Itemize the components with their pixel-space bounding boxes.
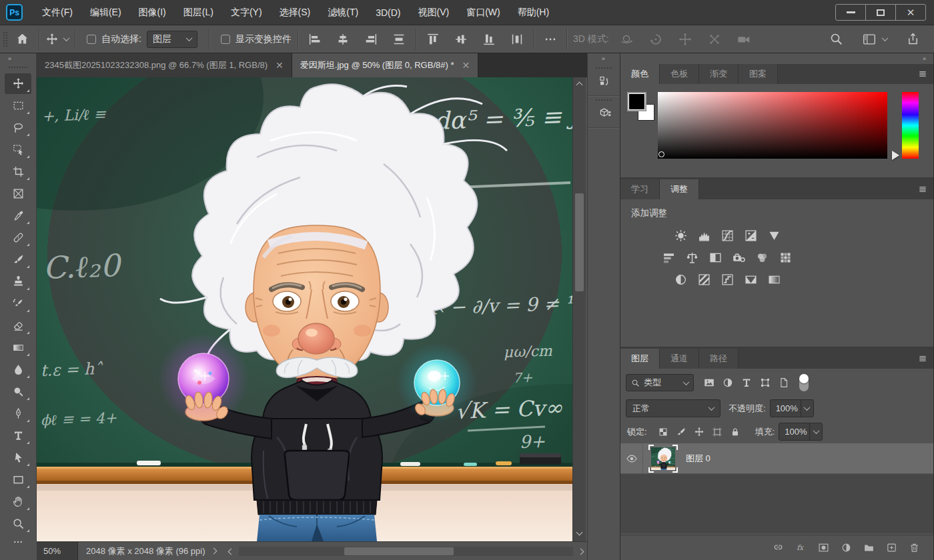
new-group-button[interactable] [863,542,875,553]
horizontal-scrollbar-thumb[interactable] [344,547,454,555]
more-align-options-button[interactable] [540,31,560,48]
adjustments-panel-tab[interactable]: 学习 [620,179,660,199]
brightness-contrast-adjustment-button[interactable] [672,227,689,243]
minimize-button[interactable] [835,4,866,21]
align-top-button[interactable] [422,30,444,49]
tool-dodge[interactable] [5,381,31,402]
exposure-adjustment-button[interactable] [742,227,759,243]
tool-hand[interactable] [5,491,31,512]
gradient-map-adjustment-button[interactable] [742,271,759,287]
invert-adjustment-button[interactable] [672,271,689,287]
posterize-adjustment-button[interactable] [695,271,713,287]
distribute-v-centers-button[interactable] [388,30,410,49]
tool-blur[interactable] [5,359,31,380]
horizontal-scrollbar-track[interactable] [239,547,573,556]
vertical-scrollbar-thumb[interactable] [575,193,584,291]
channel-mixer-adjustment-button[interactable] [754,249,771,265]
color-balance-adjustment-button[interactable] [684,249,701,265]
maximize-button[interactable] [865,4,896,21]
color-panel-menu-button[interactable] [917,69,928,79]
opacity-field[interactable]: 100% [770,399,814,417]
tool-rectangle[interactable] [5,469,31,490]
scroll-down-arrow-icon[interactable] [576,529,583,536]
tool-eyedropper[interactable] [5,205,31,226]
align-right-button[interactable] [360,30,382,49]
tool-type[interactable] [5,425,31,446]
menu-item[interactable]: 滤镜(T) [319,0,367,25]
hue-saturation-adjustment-button[interactable] [660,249,678,265]
document-tab[interactable]: 2345截图20251023232308.png @ 66.7% (图层 1, … [37,53,292,77]
canvas[interactable] [37,77,572,541]
layer-thumbnail[interactable] [649,445,677,472]
layers-panel-tab[interactable]: 路径 [699,349,739,369]
horizontal-scrollbar[interactable] [229,546,583,557]
workspace-button[interactable] [859,30,891,49]
tool-pen[interactable] [5,403,31,424]
tool-move[interactable] [5,73,31,94]
toolbar-expand-button[interactable]: » [0,53,36,64]
adjustments-panel-menu-button[interactable] [917,184,928,195]
tool-history-brush[interactable] [5,293,31,314]
delete-button[interactable] [909,542,920,553]
new-adjustment-button[interactable] [841,542,852,553]
smart-object-filter-button[interactable] [778,377,790,389]
tool-frame[interactable] [5,183,31,204]
lock-transparent-button[interactable] [658,427,668,437]
scroll-left-arrow-icon[interactable] [228,548,235,555]
tool-marquee[interactable] [5,95,31,116]
vibrance-adjustment-button[interactable] [765,227,783,243]
vertical-scrollbar[interactable] [572,77,586,541]
tool-gradient[interactable] [5,337,31,358]
photo-filter-adjustment-button[interactable] [731,249,748,265]
tool-healing-brush[interactable] [5,227,31,248]
3d-roll-button[interactable] [645,30,666,49]
threshold-adjustment-button[interactable] [719,271,736,287]
auto-select-checkbox[interactable] [87,35,96,44]
color-lookup-adjustment-button[interactable] [777,249,795,265]
levels-adjustment-button[interactable] [695,227,713,243]
hue-bar[interactable] [902,92,919,159]
panel-grip[interactable] [595,99,612,101]
3d-pan-button[interactable] [674,30,696,49]
menu-item[interactable]: 视图(V) [409,0,458,25]
type-layer-filter-button[interactable] [741,377,753,389]
color-panel-tab[interactable]: 图案 [739,64,778,84]
close-tab-icon[interactable]: ✕ [462,60,470,71]
layers-panel-tab[interactable]: 通道 [660,349,699,369]
menu-item[interactable]: 文件(F) [33,0,81,25]
align-bottom-button[interactable] [478,30,500,49]
menu-item[interactable]: 文字(Y) [222,0,271,25]
options-bar-grip[interactable] [3,31,7,47]
tool-eraser[interactable] [5,315,31,336]
menu-item[interactable]: 编辑(E) [81,0,130,25]
color-field-indicator[interactable] [658,151,664,157]
pixel-layer-filter-button[interactable] [703,377,715,389]
lock-position-button[interactable] [694,427,705,437]
layer-visibility-toggle[interactable] [620,443,643,473]
scroll-right-arrow-icon[interactable] [578,548,584,555]
menu-item[interactable]: 图像(I) [130,0,175,25]
tool-object-selection[interactable] [5,139,31,160]
close-tab-icon[interactable]: ✕ [276,60,284,71]
layers-panel-tab[interactable]: 图层 [620,349,660,369]
adjustment-layer-filter-button[interactable] [722,377,734,389]
color-panel-tab[interactable]: 色板 [660,64,699,84]
tool-crop[interactable] [5,161,31,182]
saturation-brightness-field[interactable] [658,92,887,159]
document-tab[interactable]: 爱因斯坦.jpg @ 50% (图层 0, RGB/8#) *✕ [292,53,478,77]
tool-path-selection[interactable] [5,447,31,468]
menu-item[interactable]: 3D(D) [367,0,409,25]
black-white-adjustment-button[interactable] [707,249,725,265]
panel-grip[interactable] [595,67,612,69]
fill-dropdown-button[interactable] [809,423,822,440]
show-transform-checkbox[interactable] [221,35,230,44]
menu-item[interactable]: 选择(S) [271,0,320,25]
lock-artboard-button[interactable] [712,427,723,437]
layers-panel-menu-button[interactable] [917,353,928,364]
status-chevron-icon[interactable] [211,548,217,555]
fill-field[interactable]: 100% [779,423,823,441]
history-panel-button[interactable] [588,71,621,92]
menu-item[interactable]: 帮助(H) [509,0,558,25]
tool-lasso[interactable] [5,117,31,138]
new-layer-button[interactable] [886,542,897,553]
